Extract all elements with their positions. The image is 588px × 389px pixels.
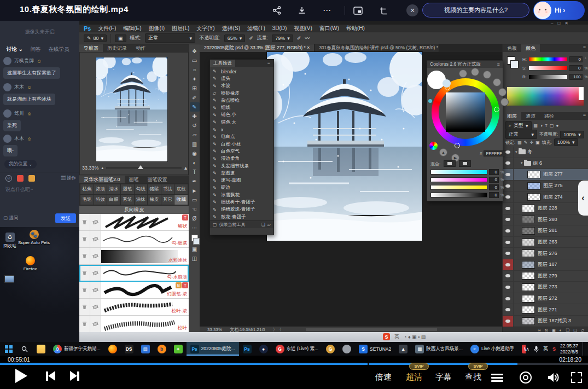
hex-input[interactable]: FFFFFF xyxy=(484,150,505,156)
dodge-tool-icon[interactable]: ◐ xyxy=(190,158,200,167)
mix-swatch-button[interactable] xyxy=(459,160,471,167)
channel-value[interactable]: 100 xyxy=(569,74,583,80)
panel-menu-icon[interactable]: ≡ xyxy=(583,44,588,52)
taskbar-button[interactable]: Ps20220805庭院... xyxy=(187,342,239,356)
emoji-icon[interactable]: ☺ xyxy=(5,175,12,182)
layer-row[interactable]: 图层 187 xyxy=(503,259,588,271)
image-icon[interactable] xyxy=(17,175,24,182)
delete-brush-icon[interactable] xyxy=(79,316,90,332)
layer-row[interactable]: 图层 274 xyxy=(503,191,588,203)
background-color-swatch[interactable] xyxy=(193,238,200,245)
layer-row[interactable]: 图层 281 xyxy=(503,225,588,237)
layer-row[interactable]: ▾ 组 6 xyxy=(503,158,588,170)
eraser-toggle-icon[interactable] xyxy=(90,316,101,332)
brush-category[interactable]: 收藏 xyxy=(174,195,188,205)
coolorus-knob[interactable] xyxy=(498,88,507,96)
navigator-thumbnail[interactable] xyxy=(96,57,168,162)
flow-select[interactable]: 79% ▾ xyxy=(272,34,293,42)
rgb-wheel-icon[interactable] xyxy=(429,142,438,150)
visibility-eye-icon[interactable] xyxy=(503,293,514,304)
layer-thumbnail[interactable] xyxy=(527,171,540,178)
assistant-entry[interactable]: Hi › xyxy=(533,1,585,20)
taskbar-button[interactable] xyxy=(104,342,121,356)
coolorus-knob[interactable] xyxy=(500,98,509,106)
crop-tool-icon[interactable]: ⊞ xyxy=(190,84,200,93)
layer-thumbnail[interactable] xyxy=(527,193,540,201)
pressure-opacity-icon[interactable]: ✐ xyxy=(249,36,253,41)
filter-adjust-icon[interactable]: ◑ xyxy=(540,123,543,128)
cyan-slider[interactable]: 0 % xyxy=(430,169,504,175)
layer-name[interactable]: 图层 273 xyxy=(538,283,557,291)
channel-slider[interactable] xyxy=(529,66,567,70)
layers-tab[interactable]: 路径 xyxy=(540,112,558,120)
layer-row[interactable]: 图层 271 xyxy=(503,304,588,316)
find-button[interactable]: 查找 xyxy=(465,372,481,382)
brush-preset-picker[interactable]: ✎ 80 ▾ xyxy=(84,34,107,42)
tool-preset-item[interactable]: ✎散花-青团子 xyxy=(210,213,273,220)
tool-preset-item[interactable]: ▱喷砂橡皮 xyxy=(210,90,273,97)
panel-tab[interactable]: 历史记录 xyxy=(103,44,131,52)
brush-category[interactable]: 猪鬃 xyxy=(148,184,161,194)
document-tab[interactable]: 20220805庭院.psd @ 33.3% (图层 277, RGB/0) *… xyxy=(200,44,315,52)
delete-brush-icon[interactable] xyxy=(79,248,90,264)
layers-tab[interactable]: 通道 xyxy=(521,112,540,120)
layer-name[interactable]: 图层 279 xyxy=(538,272,557,280)
tool-preset-item[interactable]: ✎白桦 小枝 xyxy=(210,141,273,148)
shape-tool-icon[interactable]: ▭ xyxy=(190,195,200,205)
menu-item[interactable]: 3D(D) xyxy=(272,25,287,31)
taskbar-button[interactable]: SSETUNA2 xyxy=(355,342,395,356)
taskbar-button[interactable]: ▲ xyxy=(395,342,411,356)
tool-preset-item[interactable]: ✎硬边 xyxy=(210,184,273,191)
expand-icon[interactable]: ▾ xyxy=(521,161,523,165)
delete-brush-icon[interactable] xyxy=(79,214,90,230)
delete-brush-icon[interactable] xyxy=(79,282,90,298)
filter-image-icon[interactable]: ▦ xyxy=(534,123,538,128)
tool-preset-item[interactable]: ✎白色空气 xyxy=(210,148,273,155)
layer-name[interactable]: 图层 187拷贝 3 xyxy=(538,317,571,324)
tool-preset-item[interactable]: ✎电白点 xyxy=(210,133,273,141)
brush-category[interactable]: 毛笔 xyxy=(80,195,94,205)
layer-name[interactable]: 图层 281 xyxy=(538,227,557,234)
layer-thumbnail[interactable] xyxy=(522,306,535,313)
tray-caret-icon[interactable]: ∧ xyxy=(526,346,529,352)
more-tools-icon[interactable]: ⋯ xyxy=(190,223,200,233)
menu-item[interactable]: 选择(S) xyxy=(222,25,240,32)
coolorus-knob[interactable] xyxy=(459,69,467,78)
layer-thumbnail[interactable] xyxy=(522,295,535,303)
brush-category[interactable]: 枯焦 xyxy=(80,184,94,194)
triangle-mode-icon[interactable]: ▲ xyxy=(439,148,447,156)
taskbar-button[interactable] xyxy=(16,342,33,356)
eraser-toggle-icon[interactable] xyxy=(90,214,101,230)
layer-row[interactable]: 图层 263 xyxy=(503,237,588,248)
opacity-select[interactable]: 65% ▾ xyxy=(224,34,246,42)
brush-row[interactable]: 松叶-浓 xyxy=(79,299,189,316)
taskbar-button[interactable]: ≈Live 小鹅通助手 xyxy=(467,342,518,356)
coolorus-knob[interactable] xyxy=(483,71,491,79)
layer-thumbnail[interactable] xyxy=(522,272,535,280)
coolorus-knob[interactable] xyxy=(471,68,479,76)
new-preset-icon[interactable]: ❏ xyxy=(261,222,265,227)
panel-tab[interactable]: 动作 xyxy=(131,44,150,52)
current-tool-checkbox[interactable]: ▢ xyxy=(213,222,217,227)
layer-thumbnail[interactable] xyxy=(522,283,535,291)
taskbar-button[interactable]: W古风场景 [同风... xyxy=(518,342,526,356)
visibility-eye-icon[interactable] xyxy=(503,259,514,270)
layer-row[interactable]: 图层 276 xyxy=(503,248,588,259)
layer-name[interactable]: 图层 187 xyxy=(538,261,557,268)
magenta-value[interactable]: 0 xyxy=(489,177,499,183)
visibility-eye-icon[interactable] xyxy=(503,225,514,236)
close-tab-icon[interactable]: × xyxy=(307,45,310,50)
brush-row[interactable]: 勾-细腻 xyxy=(79,231,189,248)
layer-row[interactable]: 图层 228 xyxy=(503,203,588,214)
brush-tool-icon[interactable]: ✎ xyxy=(190,102,200,112)
channel-slider[interactable] xyxy=(529,75,567,79)
pen-tool-icon[interactable]: ✒ xyxy=(190,177,200,186)
tool-preset-item[interactable]: ✎虚头 xyxy=(210,75,273,82)
layer-name[interactable]: 图层 275 xyxy=(543,182,563,189)
coolorus-header[interactable]: Coolorus 2.6 官方正式版≡ xyxy=(427,61,503,68)
blend-mode-select[interactable]: 正常▾ xyxy=(145,33,195,43)
previous-button[interactable] xyxy=(46,371,55,381)
brush-category[interactable]: 湿笔 xyxy=(121,184,134,194)
visibility-eye-icon[interactable] xyxy=(503,316,514,327)
chat-tab[interactable]: 问答 xyxy=(31,46,41,55)
